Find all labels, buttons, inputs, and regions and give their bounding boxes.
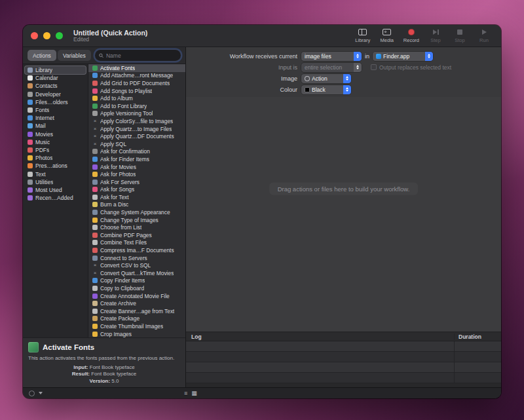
- photos-icon: [92, 332, 98, 337]
- media-button[interactable]: Media: [379, 29, 395, 43]
- actions-tab[interactable]: Actions: [28, 50, 56, 61]
- action-item[interactable]: Connect to Servers: [88, 254, 185, 262]
- sidebar-item-developer[interactable]: Developer: [25, 90, 86, 98]
- action-item[interactable]: ×Convert CSV to SQL: [88, 261, 185, 269]
- app-popup[interactable]: Finder.app: [373, 52, 433, 61]
- list-view-button[interactable]: ≡: [184, 390, 187, 396]
- action-item[interactable]: Change Type of Images: [88, 216, 185, 224]
- sidebar-item-text[interactable]: Text: [25, 170, 86, 178]
- run-button[interactable]: Run: [476, 29, 492, 43]
- action-item-label: Apple Versioning Tool: [100, 110, 153, 117]
- sidebar-item-label: Utilities: [35, 179, 53, 185]
- generic-action-icon: ×: [92, 271, 98, 276]
- action-item[interactable]: Combine Text Files: [88, 239, 185, 247]
- chevron-down-icon[interactable]: [39, 392, 43, 394]
- action-item[interactable]: Combine PDF Pages: [88, 231, 185, 239]
- action-item[interactable]: Add Songs to Playlist: [88, 87, 185, 95]
- action-item[interactable]: Create Archive: [88, 299, 185, 307]
- search-field[interactable]: [95, 50, 181, 61]
- action-item[interactable]: Ask for Text: [88, 193, 185, 201]
- mail-icon: [92, 73, 98, 78]
- action-item[interactable]: Create Package: [88, 315, 185, 323]
- action-item[interactable]: Activate Fonts: [88, 64, 185, 72]
- action-item[interactable]: Create Thumbnail Images: [88, 322, 185, 330]
- action-item[interactable]: Create Annotated Movie File: [88, 292, 185, 300]
- action-item[interactable]: Ask for Confirmation: [88, 148, 185, 156]
- action-item[interactable]: Ask For Servers: [88, 178, 185, 186]
- music-icon: [28, 140, 33, 145]
- action-item[interactable]: Change System Appearance: [88, 208, 185, 216]
- action-item[interactable]: Crop Images: [88, 330, 185, 337]
- sidebar-item-utilities[interactable]: Utilities: [25, 178, 86, 186]
- output-replaces-checkbox[interactable]: [371, 64, 377, 70]
- sidebar-item-photos[interactable]: Photos: [25, 154, 86, 162]
- action-item[interactable]: Copy Finder Items: [88, 277, 185, 285]
- receives-popup[interactable]: image files: [301, 52, 362, 61]
- sidebar-item-pres-ations[interactable]: Pres…ations: [25, 162, 86, 170]
- sidebar-item-library[interactable]: Library: [25, 66, 86, 74]
- action-item-label: Combine PDF Pages: [100, 232, 152, 239]
- sidebar-item-pdfs[interactable]: PDFs: [25, 146, 86, 154]
- close-button[interactable]: [31, 32, 38, 39]
- workflow-canvas[interactable]: Drag actions or files here to build your…: [186, 97, 501, 332]
- minimize-button[interactable]: [43, 32, 50, 39]
- action-item[interactable]: ×Apply SQL: [88, 140, 185, 148]
- files-folders-icon: [28, 100, 33, 105]
- sidebar-item-files-olders[interactable]: Files…olders: [25, 98, 86, 106]
- sidebar-item-music[interactable]: Music: [25, 138, 86, 146]
- action-item[interactable]: Ask for Songs: [88, 186, 185, 194]
- action-item[interactable]: ×Apply ColorSy…file to Images: [88, 117, 185, 125]
- action-item[interactable]: Ask for Movies: [88, 163, 185, 171]
- variables-tab[interactable]: Variables: [58, 50, 91, 61]
- step-button[interactable]: Step: [428, 29, 443, 43]
- action-item[interactable]: Copy to Clipboard: [88, 284, 185, 292]
- sidebar-item-fonts[interactable]: Fonts: [25, 106, 86, 114]
- receives-row: Workflow receives current image files in…: [186, 51, 496, 61]
- action-item[interactable]: Ask for Finder Items: [88, 155, 185, 163]
- grid-view-button[interactable]: ▦: [191, 390, 197, 396]
- action-item[interactable]: Choose from List: [88, 223, 185, 231]
- action-item[interactable]: Burn a Disc: [88, 201, 185, 209]
- action-item[interactable]: ×Apply Quartz…to Image Files: [88, 125, 185, 133]
- mail-icon: [28, 123, 33, 128]
- record-button[interactable]: Record: [403, 29, 419, 43]
- action-item-label: Create Package: [100, 315, 140, 322]
- input-popup[interactable]: entire selection: [301, 63, 362, 72]
- action-item[interactable]: Add to Album: [88, 94, 185, 102]
- search-input[interactable]: [106, 52, 177, 59]
- sidebar-item-recen-added[interactable]: Recen…Added: [25, 194, 86, 202]
- action-item[interactable]: Apple Versioning Tool: [88, 110, 185, 118]
- action-item[interactable]: Add Attachme…ront Message: [88, 72, 185, 80]
- automator-window: Untitled (Quick Action) Edited Library M…: [23, 25, 501, 398]
- action-item[interactable]: ×Apply Quartz…DF Documents: [88, 132, 185, 140]
- zoom-button[interactable]: [56, 32, 63, 39]
- action-item[interactable]: Create Banner…age from Text: [88, 307, 185, 315]
- sidebar-item-most-used[interactable]: Most Used: [25, 186, 86, 194]
- step-icon: [433, 29, 439, 35]
- library-button[interactable]: Library: [355, 29, 371, 43]
- sidebar-item-mail[interactable]: Mail: [25, 122, 86, 130]
- image-popup[interactable]: Action: [301, 74, 351, 83]
- action-item[interactable]: ×Convert Quart…kTime Movies: [88, 269, 185, 277]
- sidebar-item-contacts[interactable]: Contacts: [25, 82, 86, 90]
- colour-label: Colour: [186, 86, 297, 93]
- description-input: Input: Font Book typeface: [28, 364, 180, 371]
- colour-popup[interactable]: Black: [301, 85, 351, 94]
- record-indicator-icon[interactable]: [29, 391, 35, 396]
- action-item[interactable]: Ask for Photos: [88, 170, 185, 178]
- popup-arrows-icon: [354, 52, 362, 61]
- action-item[interactable]: Add to Font Library: [88, 102, 185, 110]
- action-item[interactable]: Add Grid to PDF Documents: [88, 79, 185, 87]
- action-item-label: Activate Fonts: [100, 65, 135, 71]
- duration-cell: [454, 373, 501, 383]
- log-row: [186, 352, 501, 362]
- toolbar: Library Media Record Step Stop Run: [355, 29, 495, 43]
- stop-button[interactable]: Stop: [452, 29, 468, 43]
- sidebar-item-movies[interactable]: Movies: [25, 130, 86, 138]
- action-item[interactable]: Compress Ima…F Documents: [88, 246, 185, 254]
- action-item-label: Create Archive: [100, 300, 136, 307]
- sidebar-item-calendar[interactable]: Calendar: [25, 74, 86, 82]
- list-icon: [92, 225, 98, 230]
- log-column-header: Log: [186, 334, 454, 340]
- sidebar-item-internet[interactable]: Internet: [25, 114, 86, 122]
